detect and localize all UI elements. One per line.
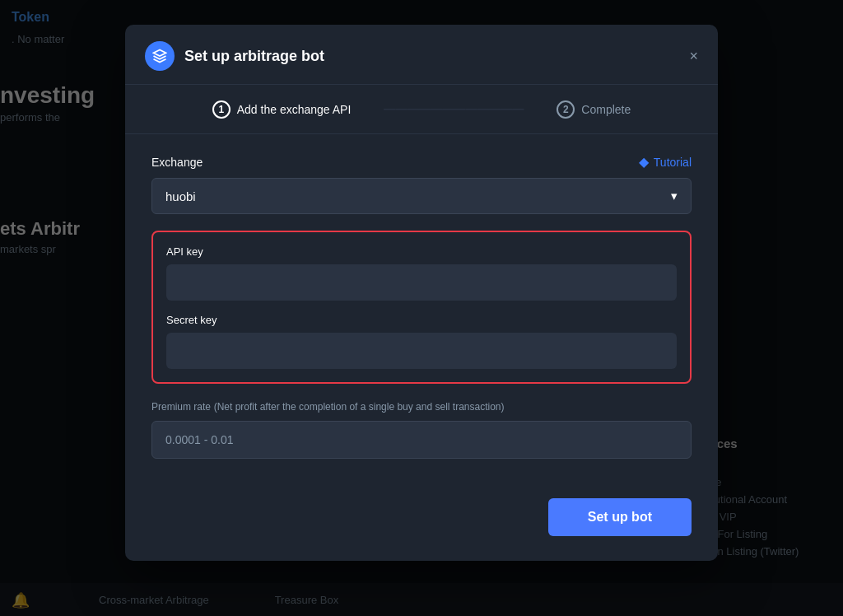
tutorial-icon: ◆ (639, 154, 649, 170)
step-1-label: Add the exchange API (237, 103, 352, 116)
exchange-label: Exchange (151, 156, 203, 169)
step-2: 2 Complete (557, 100, 631, 119)
secret-key-label: Secret key (166, 314, 677, 326)
step-2-label: Complete (581, 103, 631, 116)
modal-steps: 1 Add the exchange API ──────────── 2 Co… (125, 85, 718, 134)
premium-rate-note: (Net profit after the completion of a si… (214, 401, 505, 413)
modal-title: Set up arbitrage bot (184, 48, 324, 65)
step-2-circle: 2 (557, 100, 575, 119)
exchange-row: Exchange ◆ Tutorial (151, 154, 692, 170)
api-key-label: API key (166, 245, 677, 258)
premium-rate-section: Premium rate (Net profit after the compl… (151, 400, 692, 478)
modal-close-button[interactable]: × (689, 49, 698, 63)
modal-body: Exchange ◆ Tutorial huobi ▾ API key Secr… (125, 134, 718, 498)
modal-title-area: Set up arbitrage bot (145, 41, 324, 71)
tutorial-button[interactable]: ◆ Tutorial (639, 154, 692, 170)
premium-rate-input[interactable] (151, 421, 692, 459)
dropdown-arrow-icon: ▾ (671, 189, 678, 203)
exchange-selected-value: huobi (165, 189, 196, 203)
step-1-circle: 1 (212, 100, 231, 119)
modal-header: Set up arbitrage bot × (125, 25, 718, 85)
tutorial-label: Tutorial (654, 156, 692, 169)
setup-bot-modal: Set up arbitrage bot × 1 Add the exchang… (125, 25, 718, 561)
setup-bot-button[interactable]: Set up bot (548, 498, 692, 536)
api-key-input[interactable] (166, 264, 677, 301)
premium-rate-label: Premium rate (Net profit after the compl… (151, 400, 692, 413)
submit-area: Set up bot (125, 498, 718, 536)
exchange-select-dropdown[interactable]: huobi ▾ (151, 178, 692, 214)
step-1: 1 Add the exchange API (212, 100, 352, 119)
secret-key-input[interactable] (166, 333, 677, 369)
api-credentials-section: API key Secret key (151, 231, 692, 384)
modal-bot-icon (145, 41, 175, 71)
step-divider: ──────────── (384, 100, 524, 119)
